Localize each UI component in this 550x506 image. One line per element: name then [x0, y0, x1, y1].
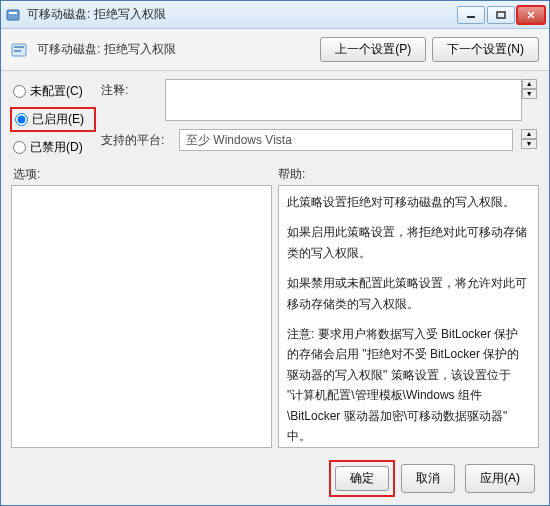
help-paragraph: 此策略设置拒绝对可移动磁盘的写入权限。 [287, 192, 530, 212]
spin-up-icon[interactable]: ▲ [521, 129, 537, 139]
radio-enabled[interactable]: 已启用(E) [13, 110, 93, 129]
radio-not-configured-input[interactable] [13, 85, 26, 98]
svg-rect-0 [7, 10, 19, 20]
titlebar: 可移动磁盘: 拒绝写入权限 [1, 1, 549, 29]
radio-disabled-input[interactable] [13, 141, 26, 154]
svg-rect-3 [497, 12, 505, 18]
policy-icon [11, 42, 31, 58]
cancel-button[interactable]: 取消 [401, 464, 455, 493]
close-button[interactable] [517, 6, 545, 24]
apply-button[interactable]: 应用(A) [465, 464, 535, 493]
header-title: 可移动磁盘: 拒绝写入权限 [37, 41, 320, 58]
ok-button[interactable]: 确定 [335, 466, 389, 491]
radio-disabled-label: 已禁用(D) [30, 139, 83, 156]
next-setting-button[interactable]: 下一个设置(N) [432, 37, 539, 62]
comment-spin: ▲ ▼ [522, 79, 537, 121]
platform-label: 支持的平台: [101, 129, 171, 149]
options-panel [11, 185, 272, 448]
panel-labels: 选项: 帮助: [1, 160, 549, 185]
platform-spin: ▲ ▼ [521, 129, 537, 149]
help-label: 帮助: [272, 166, 537, 183]
dialog-window: 可移动磁盘: 拒绝写入权限 可移动磁盘: 拒绝写入权限 上一个设置(P) 下一个… [0, 0, 550, 506]
spin-up-icon[interactable]: ▲ [522, 79, 537, 89]
footer: 确定 取消 应用(A) [1, 456, 549, 505]
prev-setting-button[interactable]: 上一个设置(P) [320, 37, 426, 62]
help-paragraph: 如果禁用或未配置此策略设置，将允许对此可移动存储类的写入权限。 [287, 273, 530, 314]
svg-rect-6 [14, 50, 21, 52]
nav-buttons: 上一个设置(P) 下一个设置(N) [320, 37, 539, 62]
help-paragraph: 注意: 要求用户将数据写入受 BitLocker 保护的存储会启用 "拒绝对不受… [287, 324, 530, 446]
help-paragraph: 如果启用此策略设置，将拒绝对此可移动存储类的写入权限。 [287, 222, 530, 263]
radio-enabled-input[interactable] [15, 113, 28, 126]
options-label: 选项: [13, 166, 272, 183]
comment-input[interactable] [165, 79, 522, 121]
svg-rect-5 [14, 46, 24, 48]
spin-down-icon[interactable]: ▼ [521, 139, 537, 149]
help-panel: 此策略设置拒绝对可移动磁盘的写入权限。如果启用此策略设置，将拒绝对此可移动存储类… [278, 185, 539, 448]
comment-row: 注释: ▲ ▼ [101, 79, 537, 121]
svg-rect-2 [467, 16, 475, 18]
minimize-button[interactable] [457, 6, 485, 24]
comment-label: 注释: [101, 79, 157, 99]
radio-enabled-label: 已启用(E) [32, 111, 84, 128]
window-title: 可移动磁盘: 拒绝写入权限 [27, 6, 457, 23]
radio-disabled[interactable]: 已禁用(D) [13, 139, 93, 156]
app-icon [5, 7, 21, 23]
svg-rect-1 [9, 12, 17, 14]
window-controls [457, 6, 545, 24]
panels-row: 此策略设置拒绝对可移动磁盘的写入权限。如果启用此策略设置，将拒绝对此可移动存储类… [1, 185, 549, 456]
radio-not-configured-label: 未配置(C) [30, 83, 83, 100]
header-row: 可移动磁盘: 拒绝写入权限 上一个设置(P) 下一个设置(N) [1, 29, 549, 71]
platform-row: 支持的平台: 至少 Windows Vista ▲ ▼ [101, 129, 537, 151]
radio-not-configured[interactable]: 未配置(C) [13, 83, 93, 100]
spin-down-icon[interactable]: ▼ [522, 89, 537, 99]
config-area: 未配置(C) 已启用(E) 已禁用(D) 注释: ▲ ▼ [1, 71, 549, 160]
maximize-button[interactable] [487, 6, 515, 24]
platform-value: 至少 Windows Vista [179, 129, 513, 151]
state-radio-group: 未配置(C) 已启用(E) 已禁用(D) [13, 79, 93, 156]
fields-column: 注释: ▲ ▼ 支持的平台: 至少 Windows Vista ▲ ▼ [101, 79, 537, 156]
